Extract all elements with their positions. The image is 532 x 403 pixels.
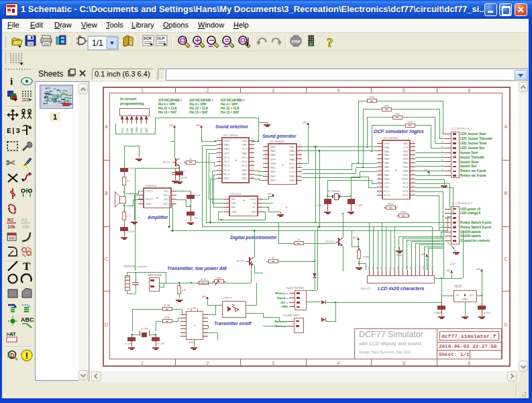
svg-text:3: 3 (219, 146, 220, 149)
svg-text:+5V: +5V (476, 268, 480, 271)
svg-text:CLK: CLK (125, 128, 129, 133)
svg-text:12: 12 (299, 169, 301, 172)
svg-text:CLK: CLK (403, 146, 409, 149)
svg-text:7: 7 (173, 192, 174, 195)
svg-text:12V +: 12V + (280, 301, 288, 304)
svg-text:13: 13 (378, 188, 380, 191)
svg-text:with LCD display and sound: with LCD display and sound (358, 341, 421, 347)
svg-text:4: 4 (265, 156, 266, 159)
svg-text:Design: Hans Summers, May 2010: Design: Hans Summers, May 2010 (359, 350, 411, 354)
svg-text:RB1: RB1 (403, 165, 409, 169)
svg-text:RC7: RC7 (224, 173, 230, 176)
svg-text:4: 4 (337, 88, 340, 93)
svg-text:8: 8 (379, 169, 380, 171)
svg-text:RA1: RA1 (384, 150, 390, 153)
svg-text:Rotary sw. 6-pole: Rotary sw. 6-pole (460, 169, 486, 173)
svg-text:10k: 10k (21, 224, 30, 229)
svg-text:FERRITE_antenna: FERRITE_antenna (123, 265, 148, 268)
svg-text:LED_buzzer Slow: LED_buzzer Slow (460, 142, 486, 145)
svg-text:2: 2 (140, 192, 142, 195)
svg-text:OSO: OSO (384, 181, 390, 185)
svg-text:6: 6 (468, 88, 471, 93)
svg-text:3: 3 (272, 361, 274, 365)
svg-text:VO: VO (470, 294, 474, 297)
svg-text:11: 11 (299, 173, 301, 176)
svg-text:1: 1 (379, 140, 380, 143)
svg-text:20: 20 (412, 165, 415, 167)
svg-text:CLK: CLK (242, 147, 247, 150)
svg-text:100k: 100k (384, 104, 390, 107)
svg-text:GND: GND (462, 298, 468, 301)
svg-text:24: 24 (412, 140, 415, 143)
svg-text:+5V: +5V (201, 296, 206, 298)
svg-text:4: 4 (226, 209, 227, 212)
svg-text:Transmitter on/off: Transmitter on/off (214, 321, 252, 326)
svg-text:RB2: RB2 (270, 175, 276, 178)
svg-text:19: 19 (412, 169, 415, 171)
svg-text:4.7: 4.7 (127, 179, 131, 183)
svg-text:RA4: RA4 (384, 161, 390, 165)
svg-text:6: 6 (260, 205, 261, 208)
svg-text:16: 16 (251, 138, 254, 140)
svg-text:dcf77_simulator_f: dcf77_simulator_f (441, 333, 496, 339)
svg-text:RB4: RB4 (289, 179, 295, 182)
svg-text:+5V: +5V (421, 253, 425, 256)
svg-text:RC1: RC1 (242, 160, 248, 163)
svg-text:2: 2 (226, 200, 227, 203)
svg-text:RA6: RA6 (289, 158, 295, 161)
svg-text:ULP: ULP (157, 36, 164, 40)
svg-text:78L05: 78L05 (454, 285, 462, 288)
svg-text:RB1: RB1 (270, 170, 276, 173)
svg-text:Rotary sw. 8-pole: Rotary sw. 8-pole (460, 174, 486, 177)
svg-text:VDD: VDD (250, 197, 256, 201)
svg-text:+5V: +5V (168, 124, 173, 127)
svg-text:2: 2 (379, 144, 380, 147)
svg-text:14: 14 (378, 192, 380, 195)
svg-text:100k: 100k (369, 95, 376, 99)
svg-text:RA5: RA5 (384, 165, 390, 169)
svg-text:6: 6 (219, 159, 220, 162)
svg-text:6: 6 (265, 165, 266, 168)
svg-text:15: 15 (299, 156, 301, 159)
svg-text:22: 22 (412, 156, 415, 159)
svg-text:OUT1: OUT1 (146, 189, 154, 193)
svg-text:RC3: RC3 (224, 164, 230, 167)
svg-text:9: 9 (219, 171, 220, 174)
svg-text:J1 CONTROLS_1: J1 CONTROLS_1 (451, 127, 473, 130)
svg-text:VSS: VSS (231, 210, 237, 214)
svg-text:RA1: RA1 (289, 145, 295, 148)
svg-text:4.7M: 4.7M (164, 304, 171, 307)
svg-text:D: D (10, 352, 15, 359)
svg-text:RB3: RB3 (270, 179, 276, 182)
svg-text:DAT: DAT (242, 143, 248, 146)
svg-text:RC3: RC3 (384, 193, 390, 197)
svg-text:VPP: VPP (145, 128, 148, 133)
svg-text:RB0: RB0 (270, 166, 276, 169)
svg-text:U/D: U/D (231, 202, 236, 205)
svg-text:VDD: VDD (288, 162, 295, 165)
svg-text:1: 1 (219, 138, 220, 140)
svg-text:0.1uF: 0.1uF (484, 312, 490, 314)
svg-text:RA4: RA4 (224, 147, 230, 150)
svg-text:RB5: RB5 (242, 173, 248, 176)
svg-text:RL: RL (252, 206, 256, 209)
svg-text:560: 560 (217, 276, 221, 279)
svg-text:ICP PIC16F886 >: ICP PIC16F886 > (221, 99, 245, 102)
svg-text:ICP PIC16F690 >: ICP PIC16F690 > (158, 99, 182, 102)
svg-text:BC337: BC337 (237, 259, 246, 263)
svg-text:20: 20 (251, 176, 254, 179)
svg-text:Pin 13 = DAT: Pin 13 = DAT (158, 111, 177, 114)
svg-text:IC1: IC1 (187, 307, 192, 310)
svg-text:RC4: RC4 (403, 193, 409, 197)
svg-text:ABC: ABC (21, 316, 34, 323)
svg-text:14: 14 (412, 188, 415, 191)
svg-text:RB4: RB4 (242, 169, 248, 172)
svg-text:DCF77 Simulator: DCF77 Simulator (359, 330, 423, 339)
svg-text:9: 9 (265, 177, 266, 180)
svg-text:18: 18 (412, 173, 415, 175)
svg-text:In-circuit-: In-circuit- (120, 97, 137, 101)
svg-text:+5V: +5V (423, 169, 427, 172)
svg-text:RA7: RA7 (289, 153, 295, 156)
svg-text:10: 10 (299, 177, 301, 180)
svg-text:RH: RH (231, 206, 235, 209)
